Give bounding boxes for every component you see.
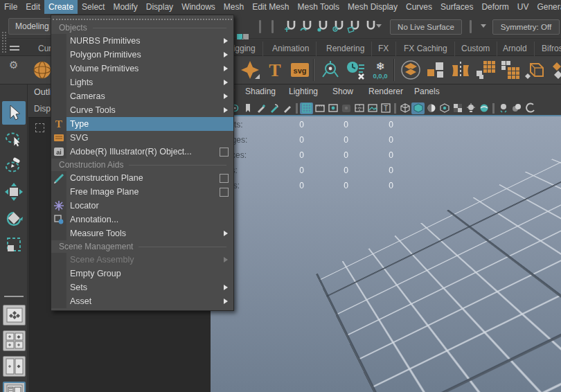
sweep-mesh-icon[interactable] bbox=[238, 58, 262, 82]
xray-icon[interactable] bbox=[477, 103, 490, 114]
pencil-add-icon[interactable] bbox=[254, 103, 267, 114]
menu-item-construction-plane[interactable]: Construction Plane bbox=[51, 171, 233, 185]
menu-tearoff-handle[interactable] bbox=[53, 15, 232, 20]
menu-item-body[interactable]: Type bbox=[66, 117, 233, 131]
panel-menu-renderer[interactable]: Renderer bbox=[368, 87, 403, 96]
snap-to-projected-center-icon[interactable] bbox=[330, 18, 346, 35]
option-box[interactable] bbox=[220, 174, 229, 183]
outliner-filter-icon[interactable] bbox=[35, 123, 44, 132]
panel-menu-show[interactable]: Show bbox=[332, 87, 353, 96]
multi-cut-icon[interactable] bbox=[474, 58, 497, 82]
snap-to-points-icon[interactable] bbox=[314, 18, 330, 35]
statusline-divider[interactable] bbox=[259, 20, 261, 33]
joint-tool-icon[interactable] bbox=[319, 58, 342, 82]
bookmark-icon[interactable] bbox=[241, 103, 254, 114]
menu-item-body[interactable]: Asset bbox=[66, 294, 233, 308]
menubar-item-create[interactable]: Create bbox=[44, 0, 78, 14]
quad-draw-icon[interactable] bbox=[499, 58, 522, 82]
delete-history-icon[interactable] bbox=[344, 58, 367, 82]
menu-item-locator[interactable]: Locator bbox=[51, 199, 233, 213]
outliner-persp-layout[interactable] bbox=[3, 382, 26, 392]
menubar-item-surfaces[interactable]: Surfaces bbox=[436, 0, 477, 14]
viewport-canvas[interactable]: Verts:000Edges:000Faces:000Tris:000UVs:0… bbox=[211, 115, 561, 392]
shaded-icon[interactable] bbox=[411, 103, 425, 114]
menu-item-empty-group[interactable]: Empty Group bbox=[51, 267, 233, 280]
menu-item-body[interactable]: Polygon Primitives bbox=[66, 48, 233, 62]
menu-item-cameras[interactable]: Cameras bbox=[51, 89, 233, 103]
textured-icon[interactable] bbox=[438, 103, 451, 114]
menubar-item-edit-mesh[interactable]: Edit Mesh bbox=[248, 0, 293, 14]
menubar-item-file[interactable]: File bbox=[0, 0, 21, 14]
shelf-tab-rendering[interactable]: Rendering bbox=[319, 42, 372, 56]
menubar-item-modify[interactable]: Modify bbox=[109, 0, 141, 14]
bevel-icon[interactable] bbox=[524, 58, 547, 82]
menubar-item-select[interactable]: Select bbox=[78, 0, 109, 14]
menubar-item-mesh-tools[interactable]: Mesh Tools bbox=[294, 0, 344, 14]
four-pane-layout[interactable] bbox=[3, 330, 26, 351]
film-gate-icon[interactable] bbox=[313, 103, 326, 114]
svg-tool-icon[interactable]: svg bbox=[288, 58, 312, 82]
menu-item-polygon-primitives[interactable]: Polygon Primitives bbox=[51, 48, 233, 62]
wireframe-icon[interactable] bbox=[398, 103, 411, 114]
menu-item-body[interactable]: Sets bbox=[66, 280, 233, 294]
select-tool-icon[interactable] bbox=[2, 101, 26, 125]
chevron-down-icon[interactable] bbox=[481, 24, 486, 28]
menu-item-sets[interactable]: Sets bbox=[51, 280, 233, 294]
isolate-select-icon[interactable] bbox=[497, 103, 510, 114]
gear-icon[interactable]: ⚙ bbox=[9, 60, 22, 70]
snap-to-grids-icon[interactable] bbox=[283, 18, 299, 35]
mirror-icon[interactable] bbox=[449, 58, 472, 82]
menu-item-measure-tools[interactable]: Measure Tools bbox=[51, 226, 233, 240]
menu-item-free-image-plane[interactable]: Free Image Plane bbox=[51, 185, 233, 199]
shelf-tab-fx[interactable]: FX bbox=[371, 42, 396, 56]
menu-item-asset[interactable]: Asset bbox=[51, 294, 233, 308]
menu-item-body[interactable]: Curve Tools bbox=[66, 103, 233, 117]
menu-item-body[interactable]: Annotation... bbox=[66, 213, 233, 226]
shelf-grip[interactable] bbox=[1, 39, 6, 53]
menu-item-body[interactable]: SVG bbox=[66, 131, 233, 145]
two-pane-layout[interactable] bbox=[3, 356, 26, 377]
grid-icon[interactable] bbox=[300, 103, 313, 114]
menubar-item-deform[interactable]: Deform bbox=[477, 0, 513, 14]
menu-item-body[interactable]: Cameras bbox=[66, 89, 233, 103]
option-box[interactable] bbox=[220, 188, 229, 197]
lights-icon[interactable] bbox=[464, 103, 477, 114]
gate-mask-icon[interactable] bbox=[339, 103, 353, 114]
smooth-icon[interactable] bbox=[549, 58, 561, 82]
snap-to-view-planes-icon[interactable] bbox=[346, 18, 362, 35]
menu-item-body[interactable]: Construction Plane bbox=[66, 171, 233, 185]
menu-item-body[interactable]: NURBS Primitives bbox=[66, 34, 233, 48]
gamma-icon[interactable] bbox=[523, 103, 536, 114]
menu-item-svg[interactable]: SVG bbox=[51, 131, 233, 145]
menu-item-body[interactable]: Adobe(R) Illustrator(R) Object... bbox=[66, 145, 233, 159]
statusline-divider[interactable] bbox=[271, 20, 274, 33]
symmetry-field[interactable]: Symmetry: Off bbox=[492, 19, 560, 35]
menu-item-body[interactable]: Scene Assembly bbox=[66, 253, 233, 267]
move-tool-icon[interactable] bbox=[2, 180, 26, 204]
panel-menu-panels[interactable]: Panels bbox=[414, 87, 440, 96]
menu-item-body[interactable]: Volume Primitives bbox=[66, 62, 233, 75]
combine-icon[interactable] bbox=[399, 58, 422, 82]
freeze-transform-icon[interactable]: ❄0,0,0 bbox=[368, 58, 392, 82]
menu-item-adobe-r-illustrator-r-object[interactable]: aiAdobe(R) Illustrator(R) Object... bbox=[51, 145, 233, 159]
type-tool-icon[interactable]: T bbox=[263, 58, 287, 82]
resolution-gate-icon[interactable] bbox=[326, 103, 339, 114]
chevron-down-icon[interactable] bbox=[376, 24, 382, 28]
shelf-tab-arnold[interactable]: Arnold bbox=[496, 42, 535, 56]
shelf-tab-animation[interactable]: Animation bbox=[265, 42, 317, 56]
statusline-divider[interactable] bbox=[470, 20, 472, 33]
menu-item-annotation[interactable]: Annotation... bbox=[51, 213, 233, 226]
menu-item-body[interactable]: Lights bbox=[66, 75, 233, 89]
snap-to-curves-icon[interactable] bbox=[299, 18, 314, 35]
menubar-item-windows[interactable]: Windows bbox=[177, 0, 220, 14]
shelf-tab-custom[interactable]: Custom bbox=[454, 42, 497, 56]
menubar-item-mesh[interactable]: Mesh bbox=[220, 0, 248, 14]
hud-toggle-icon[interactable]: T bbox=[379, 103, 392, 114]
menubar-item-mesh-display[interactable]: Mesh Display bbox=[344, 0, 402, 14]
menu-item-volume-primitives[interactable]: Volume Primitives bbox=[51, 62, 233, 75]
menu-item-curve-tools[interactable]: Curve Tools bbox=[51, 103, 233, 117]
menu-item-body[interactable]: Empty Group bbox=[66, 267, 233, 280]
separate-icon[interactable] bbox=[424, 58, 447, 82]
menu-item-body[interactable]: Free Image Plane bbox=[66, 185, 233, 199]
paint-select-tool-icon[interactable] bbox=[2, 154, 26, 177]
